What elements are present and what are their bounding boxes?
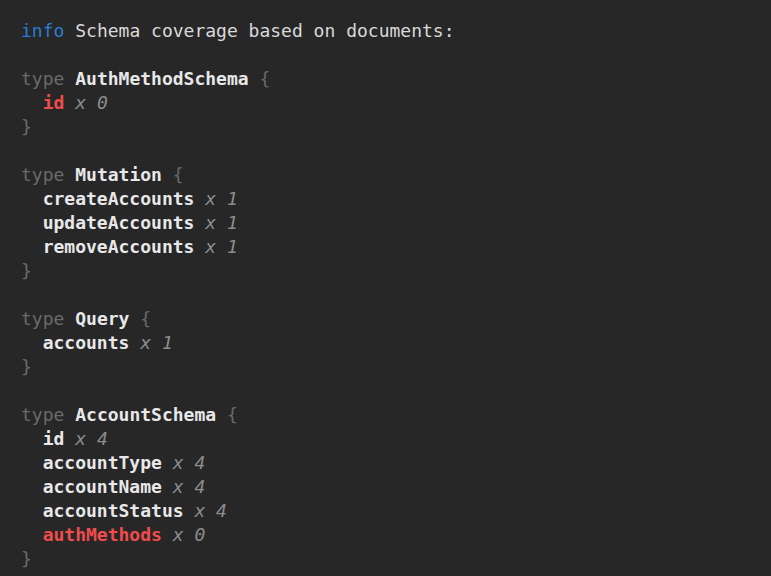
type-keyword: type xyxy=(21,68,64,89)
field-name: authMethods xyxy=(43,524,162,545)
coverage-header-line: info Schema coverage based on documents: xyxy=(21,19,761,43)
close-brace: } xyxy=(21,356,32,377)
type-name: AccountSchema xyxy=(75,404,216,425)
close-brace: } xyxy=(21,116,32,137)
type-name: AuthMethodSchema xyxy=(75,68,248,89)
field-line: id x 0 xyxy=(21,91,761,115)
field-line: removeAccounts x 1 xyxy=(21,235,761,259)
field-line: accountType x 4 xyxy=(21,451,761,475)
field-name: removeAccounts xyxy=(43,236,195,257)
type-declaration: type AuthMethodSchema { xyxy=(21,67,761,91)
type-block-query: type Query { accounts x 1 } xyxy=(21,307,761,379)
field-count: x 4 xyxy=(194,500,227,521)
field-name: id xyxy=(43,92,65,113)
type-declaration: type Mutation { xyxy=(21,163,761,187)
type-keyword: type xyxy=(21,164,64,185)
field-count: x 4 xyxy=(173,476,206,497)
field-name: updateAccounts xyxy=(43,212,195,233)
open-brace: { xyxy=(173,164,184,185)
type-block-mutation: type Mutation { createAccounts x 1 updat… xyxy=(21,163,761,283)
close-brace: } xyxy=(21,548,32,569)
type-declaration: type AccountSchema { xyxy=(21,403,761,427)
field-line: id x 4 xyxy=(21,427,761,451)
field-count: x 1 xyxy=(205,188,238,209)
type-keyword: type xyxy=(21,404,64,425)
field-count: x 1 xyxy=(205,212,238,233)
field-line: authMethods x 0 xyxy=(21,523,761,547)
field-name: accountStatus xyxy=(43,500,184,521)
terminal-output: info Schema coverage based on documents:… xyxy=(0,0,771,576)
close-brace-line: } xyxy=(21,355,761,379)
field-count: x 0 xyxy=(75,92,108,113)
close-brace-line: } xyxy=(21,547,761,571)
field-name: accounts xyxy=(43,332,130,353)
field-line: accounts x 1 xyxy=(21,331,761,355)
coverage-header-message: Schema coverage based on documents: xyxy=(75,20,454,41)
close-brace: } xyxy=(21,260,32,281)
field-count: x 4 xyxy=(75,428,108,449)
field-name: accountType xyxy=(43,452,162,473)
close-brace-line: } xyxy=(21,115,761,139)
type-keyword: type xyxy=(21,308,64,329)
type-name: Mutation xyxy=(75,164,162,185)
field-name: id xyxy=(43,428,65,449)
open-brace: { xyxy=(227,404,238,425)
field-count: x 0 xyxy=(173,524,206,545)
field-name: accountName xyxy=(43,476,162,497)
type-block-accountschema: type AccountSchema { id x 4 accountType … xyxy=(21,403,761,571)
field-line: createAccounts x 1 xyxy=(21,187,761,211)
field-line: accountStatus x 4 xyxy=(21,499,761,523)
type-block-authmethodschema: type AuthMethodSchema { id x 0 } xyxy=(21,67,761,139)
field-count: x 1 xyxy=(140,332,173,353)
field-name: createAccounts xyxy=(43,188,195,209)
info-level-label: info xyxy=(21,20,64,41)
open-brace: { xyxy=(140,308,151,329)
field-line: updateAccounts x 1 xyxy=(21,211,761,235)
field-count: x 1 xyxy=(205,236,238,257)
open-brace: { xyxy=(259,68,270,89)
type-name: Query xyxy=(75,308,129,329)
field-count: x 4 xyxy=(173,452,206,473)
field-line: accountName x 4 xyxy=(21,475,761,499)
close-brace-line: } xyxy=(21,259,761,283)
type-declaration: type Query { xyxy=(21,307,761,331)
